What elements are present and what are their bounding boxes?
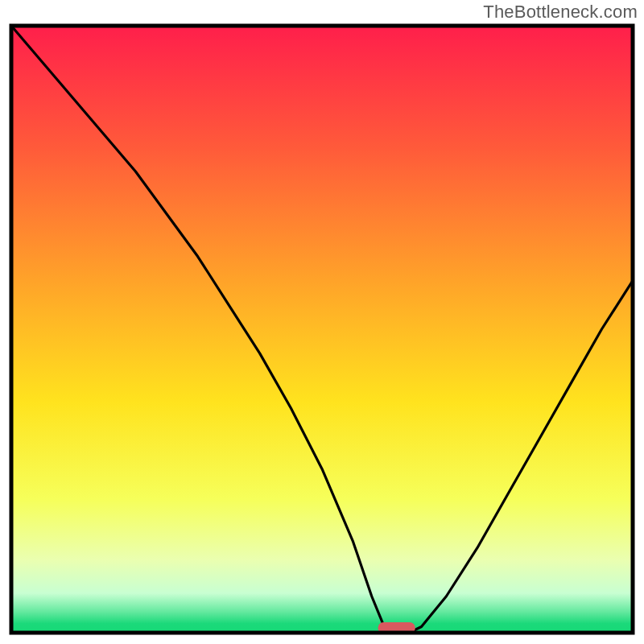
- chart-container: TheBottleneck.com: [0, 0, 644, 644]
- plot-area: [8, 23, 636, 636]
- chart-svg: [8, 23, 636, 636]
- watermark-text: TheBottleneck.com: [483, 2, 638, 23]
- gradient-background: [11, 26, 633, 633]
